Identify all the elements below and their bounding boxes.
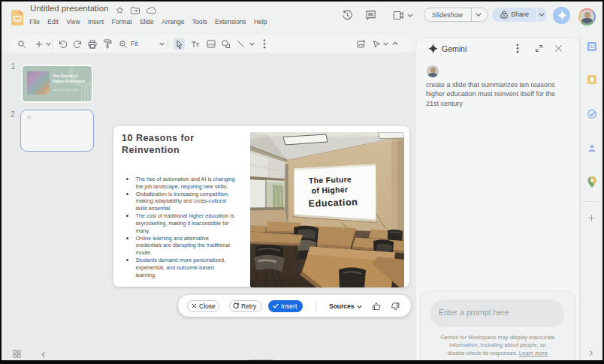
svg-text:Education: Education — [308, 197, 358, 209]
svg-text:The Future: The Future — [309, 174, 352, 185]
svg-text:of Higher: of Higher — [311, 185, 348, 195]
svg-text:31: 31 — [590, 45, 594, 49]
